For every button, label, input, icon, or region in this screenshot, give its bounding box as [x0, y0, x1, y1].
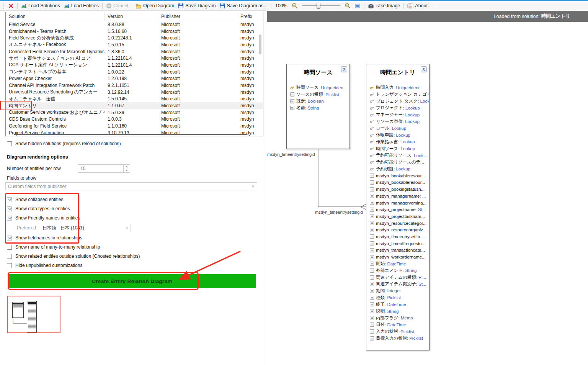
show-related-entities-checkbox-row[interactable]: Show related entities outside solution (…	[7, 254, 140, 259]
checkbox[interactable]	[7, 245, 12, 250]
checkbox[interactable]	[7, 216, 12, 221]
table-cell: CCA サポート案件 AI ソリューション	[6, 62, 105, 68]
fields-to-show-label: Fields to show	[7, 175, 36, 181]
table-row[interactable]: オムニチャネル - Facebook1.5.0.15Microsoftmsdyn	[6, 41, 263, 48]
show-data-types-checkbox-row[interactable]: Show data types in entities	[7, 206, 70, 211]
fields-to-show-dropdown[interactable]: Custom fields from publisher ∨	[5, 182, 257, 190]
show-fieldnames-checkbox-row[interactable]: Show fieldnames in relationships	[7, 235, 82, 241]
entity-box-time-entry[interactable]: 時間エントリ 時間入力: Uniqueident...トランザクション カテゴリ…	[366, 64, 430, 350]
table-cell: オムニチャネル - 送信	[6, 96, 105, 102]
column-header-version[interactable]: Version	[105, 12, 158, 21]
entity-field: 入力の状態: Picklist	[369, 328, 429, 335]
camera-icon	[368, 3, 374, 9]
column-header-prefix[interactable]: Prefix	[237, 12, 263, 21]
cancel-button[interactable]: Cancel	[104, 2, 130, 10]
table-row[interactable]: Omnichannel - Teams Patch1.5.16.60Micros…	[6, 28, 263, 35]
zoom-out-button[interactable]	[290, 2, 300, 10]
toolbar-grip[interactable]	[3, 3, 5, 9]
table-row[interactable]: オムニチャネル - 送信1.5.0.145Microsoftmsdyn	[6, 96, 263, 103]
entity-field: msdyn_bookableresour...	[369, 172, 429, 179]
vertical-scrollbar[interactable]	[259, 34, 261, 54]
field-type: : Boolean	[305, 99, 324, 103]
save-diagram-as-button[interactable]: Save Diagram as...	[217, 2, 269, 10]
stepper-down-icon[interactable]	[124, 169, 130, 172]
zoom-in-button[interactable]	[343, 2, 353, 10]
diagram-minimap[interactable]	[7, 296, 60, 333]
checkbox[interactable]	[7, 263, 12, 268]
field-type: : Lookup	[394, 133, 410, 137]
column-header-publisher[interactable]: Publisher	[158, 12, 237, 21]
field-type: : Integer	[385, 288, 401, 293]
attr-icon	[369, 234, 374, 239]
attr-icon	[290, 99, 295, 103]
entity-box-time-source[interactable]: 時間ソース 時間ソース: Uniqueiden...ソースの種類: Pickli…	[286, 64, 350, 149]
table-row[interactable]: Project Service Automation3.10.79.13Micr…	[6, 129, 263, 136]
entity-field: 関連アイテム識別子: St...	[369, 281, 429, 288]
checkbox[interactable]	[7, 141, 12, 146]
table-row[interactable]: 時間エントリ1.1.0.67Microsoftmsdyn	[6, 102, 263, 109]
show-collapsed-entities-checkbox-row[interactable]: Show collapsed entities	[7, 197, 63, 202]
field-name: 日付	[376, 322, 385, 327]
checkbox[interactable]	[7, 236, 12, 241]
save-diagram-button[interactable]: Save Diagram	[176, 2, 217, 10]
checkbox[interactable]	[7, 197, 12, 202]
fit-to-screen-button[interactable]	[353, 2, 363, 10]
checkbox[interactable]	[7, 206, 12, 211]
entity-field: 目標入力の状態: Picklist	[369, 335, 429, 342]
stepper-up-icon[interactable]	[124, 165, 130, 169]
zoom-slider-thumb[interactable]	[317, 3, 320, 9]
key-gray-icon	[369, 113, 374, 117]
open-diagram-button[interactable]: Open Diagram	[134, 2, 176, 10]
show-many-to-many-checkbox-row[interactable]: Show name of many-to-many relationship	[7, 244, 100, 250]
load-solutions-button[interactable]: Load Solutions	[19, 2, 62, 10]
table-cell: 1.5.0.39	[105, 110, 158, 115]
table-cell: 時間エントリ	[6, 103, 105, 109]
attr-icon	[369, 295, 374, 300]
horizontal-scrollbar[interactable]	[14, 134, 247, 135]
close-button[interactable]	[6, 2, 16, 10]
table-row[interactable]: Connected Field Service for Microsoft Dy…	[6, 48, 263, 55]
checkbox[interactable]	[7, 254, 12, 259]
table-cell: 1.1.22101.4	[105, 62, 158, 68]
magnifier-plus-icon	[345, 3, 351, 9]
table-cell: 1.1.0.160	[105, 123, 158, 129]
entity-field: msdyn_projecttasknam...	[369, 213, 429, 220]
field-name: プロジェクト タスク	[376, 98, 418, 104]
hide-unpublished-checkbox-row[interactable]: Hide unpublished customizations	[7, 263, 82, 268]
entities-per-row-value: 15	[80, 166, 85, 171]
table-row[interactable]: Field Service の分析情報の構成1.0.21248.1Microso…	[6, 34, 263, 41]
collapse-button[interactable]	[421, 66, 427, 72]
table-row[interactable]: Customer Service workspace およびオムニチャネル1.5…	[6, 109, 263, 116]
table-row[interactable]: Universal Resource Scheduling のアンカー3.12.…	[6, 89, 263, 96]
table-row[interactable]: サポート案件サジェスチョンの AI コア1.1.22101.4Microsoft…	[6, 55, 263, 62]
show-friendly-names-checkbox-row[interactable]: Show Friendly names in entities	[7, 215, 80, 221]
table-row[interactable]: Geofencing for Field Service1.1.0.160Mic…	[6, 123, 263, 129]
attr-icon	[369, 214, 374, 219]
field-name: 開始	[376, 261, 385, 267]
take-image-button[interactable]: Take Image	[366, 2, 402, 10]
table-row[interactable]: CDS Base Custom Controls1.0.0.3Microsoft…	[6, 116, 263, 123]
create-erd-button[interactable]: Create Entity Relation Diagram	[8, 274, 256, 288]
toolbar-separator	[403, 3, 404, 9]
show-hidden-solutions-checkbox-row[interactable]: Show hidden solutions (requires reload o…	[7, 141, 121, 146]
table-cell: msdyn	[237, 110, 263, 115]
table-row[interactable]: コンテキスト ヘルプの基本1.0.0.22Microsoftmsdyn	[6, 69, 263, 75]
key-gray-icon	[369, 126, 374, 131]
field-name: msdyn_timeentrysettin...	[376, 234, 424, 239]
table-row[interactable]: Channel API Integration Framework Patch9…	[6, 82, 263, 89]
about-button[interactable]: About...	[405, 2, 433, 9]
entities-per-row-stepper[interactable]: 15	[78, 164, 130, 173]
table-row[interactable]: Field Service8.8.0.88Microsoftmsdyn	[6, 21, 263, 28]
field-type: : String	[403, 268, 416, 273]
table-row[interactable]: CCA サポート案件 AI ソリューション1.1.22101.4Microsof…	[6, 62, 263, 69]
chevron-down-icon: ∨	[252, 184, 255, 189]
table-row[interactable]: Power Apps Checker1.2.0.198Microsoftmsdy…	[6, 75, 263, 82]
stepper-buttons[interactable]	[123, 165, 130, 172]
collapse-button[interactable]	[341, 66, 347, 72]
zoom-slider[interactable]	[302, 2, 340, 9]
column-header-solution[interactable]: Solution	[6, 12, 105, 21]
preferred-language-dropdown[interactable]: 日本語 - 日本 (1041) ∨	[40, 224, 131, 232]
attr-icon	[369, 228, 374, 232]
load-entities-button[interactable]: Load Entities	[62, 2, 101, 10]
entity-field: msdyn_transactioncate...	[369, 247, 429, 254]
